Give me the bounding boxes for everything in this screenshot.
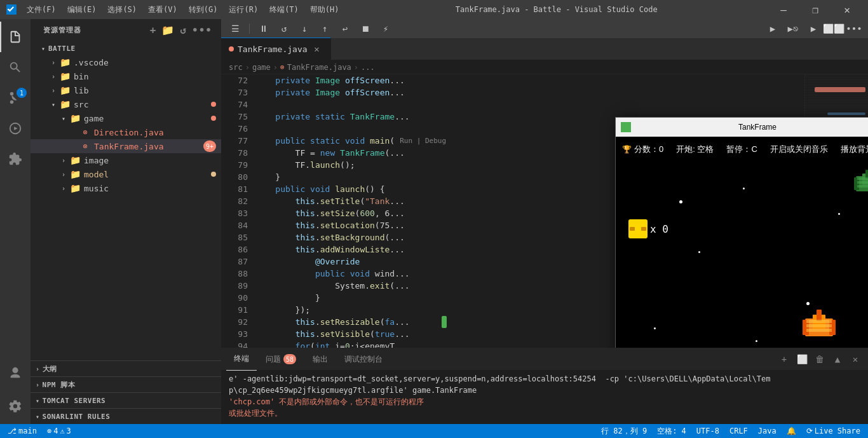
status-language[interactable]: Java bbox=[756, 427, 779, 435]
tree-item-direction[interactable]: › ⊗ Direction.java bbox=[31, 125, 221, 139]
terminal-maximize-btn[interactable]: ▲ bbox=[830, 352, 845, 367]
language-label: Java bbox=[758, 427, 776, 435]
tab-close-btn[interactable]: ✕ bbox=[311, 43, 323, 55]
toolbar-menu-btn[interactable]: ☰ bbox=[226, 22, 244, 36]
activity-source-control[interactable]: 1 bbox=[0, 83, 31, 113]
breadcrumb-file[interactable]: TankFrame.java bbox=[287, 63, 351, 72]
menu-terminal[interactable]: 终端(T) bbox=[264, 3, 304, 17]
tree-item-image[interactable]: › 📁 image bbox=[31, 153, 221, 167]
model-label: model bbox=[84, 170, 109, 179]
refresh-icon[interactable]: ↺ bbox=[179, 23, 188, 38]
player-score-display: x 0 bbox=[628, 219, 668, 238]
breadcrumb-more[interactable]: ... bbox=[361, 63, 375, 72]
split-terminal-btn[interactable]: ⬜ bbox=[794, 352, 810, 367]
errors-icon: ⊗ bbox=[47, 427, 51, 435]
toolbar-pause-btn[interactable]: ⏸ bbox=[255, 22, 273, 36]
breadcrumb-sep-3: › bbox=[354, 63, 358, 72]
run-btn-2[interactable]: ▶ bbox=[804, 22, 822, 36]
activity-accounts[interactable] bbox=[0, 358, 31, 388]
terminal-content[interactable]: e' -agentlib:jdwp=transport=dt_socket,se… bbox=[221, 371, 868, 424]
activity-explorer[interactable] bbox=[0, 22, 31, 52]
status-line-col[interactable]: 行 82，列 9 bbox=[599, 426, 649, 437]
terminal-line-1: e' -agentlib:jdwp=transport=dt_socket,se… bbox=[229, 373, 860, 385]
new-terminal-btn[interactable]: + bbox=[776, 352, 792, 367]
toolbar-stop-btn[interactable]: ⏹ bbox=[356, 22, 374, 36]
kill-terminal-btn[interactable]: 🗑 bbox=[812, 352, 827, 367]
toolbar-refresh-btn[interactable]: ↺ bbox=[275, 22, 293, 36]
menu-run[interactable]: 运行(R) bbox=[224, 3, 263, 17]
status-encoding[interactable]: UTF-8 bbox=[694, 427, 722, 435]
menu-view[interactable]: 查看(V) bbox=[143, 3, 182, 17]
folder-icon-image: 📁 bbox=[69, 155, 81, 165]
toolbar-up-btn[interactable]: ↑ bbox=[316, 22, 334, 36]
section-npm[interactable]: › NPM 脚本 bbox=[31, 377, 221, 392]
activity-settings[interactable] bbox=[0, 391, 31, 421]
encoding-label: UTF-8 bbox=[696, 427, 719, 435]
status-live-share[interactable]: ⟳ Live Share bbox=[804, 427, 863, 435]
minimize-button[interactable]: — bbox=[769, 0, 798, 19]
game-title-bar: TankFrame — ⬜ ✕ bbox=[616, 118, 868, 137]
tree-item-music[interactable]: › 📁 music bbox=[31, 181, 221, 195]
game-window[interactable]: TankFrame — ⬜ ✕ 🏆 分数：0 bbox=[615, 117, 868, 348]
arrow-bin: › bbox=[48, 73, 58, 80]
menu-edit[interactable]: 编辑(E) bbox=[62, 3, 102, 17]
tree-item-src[interactable]: ▾ 📁 src bbox=[31, 97, 221, 111]
tree-item-tankframe[interactable]: › ⊗ TankFrame.java 9+ bbox=[31, 139, 221, 153]
tree-item-bin[interactable]: › 📁 bin bbox=[31, 69, 221, 83]
branch-icon: ⎇ bbox=[8, 427, 17, 435]
terminal-tab-debug-console[interactable]: 调试控制台 bbox=[337, 348, 390, 371]
activity-run[interactable] bbox=[0, 113, 31, 144]
folder-icon-game: 📁 bbox=[69, 113, 81, 123]
npm-arrow: › bbox=[36, 381, 40, 388]
terminal-tab-problems[interactable]: 问题 58 bbox=[258, 348, 304, 371]
activity-extensions[interactable] bbox=[0, 144, 31, 174]
status-line-ending[interactable]: CRLF bbox=[727, 427, 750, 435]
live-share-label: Live Share bbox=[815, 427, 860, 435]
terminal-tab-terminal[interactable]: 终端 bbox=[226, 348, 257, 371]
toolbar-down-btn[interactable]: ↓ bbox=[295, 22, 313, 36]
more-btn[interactable]: ••• bbox=[845, 22, 863, 36]
sidebar-title: 资源管理器 bbox=[43, 25, 81, 35]
bin-label: bin bbox=[74, 72, 88, 81]
star-8 bbox=[756, 340, 757, 342]
tomcat-arrow: ▾ bbox=[36, 397, 40, 404]
terminal-tab-output[interactable]: 输出 bbox=[305, 348, 336, 371]
close-button[interactable]: ✕ bbox=[832, 0, 862, 19]
problems-badge: 58 bbox=[283, 354, 296, 364]
toolbar-lightning-btn[interactable]: ⚡ bbox=[377, 22, 395, 36]
tree-item-lib[interactable]: › 📁 lib bbox=[31, 83, 221, 97]
run-all-btn[interactable]: ▶ bbox=[764, 22, 782, 36]
tab-tankframe[interactable]: TankFrame.java ✕ bbox=[221, 38, 331, 60]
menu-goto[interactable]: 转到(G) bbox=[184, 3, 223, 17]
terminal-close-btn[interactable]: ✕ bbox=[848, 352, 863, 367]
toolbar-right: ▶ ▶⎋ ▶ ⬜⬜ ••• bbox=[764, 22, 863, 36]
tree-item-model[interactable]: › 📁 model bbox=[31, 167, 221, 181]
section-outline[interactable]: › 大纲 bbox=[31, 361, 221, 376]
status-branch[interactable]: ⎇ main bbox=[5, 427, 39, 435]
arrow-battle: ▾ bbox=[38, 45, 48, 52]
collapse-icon[interactable]: ••• bbox=[191, 23, 214, 38]
run-debug-2-btn[interactable]: ▶⎋ bbox=[784, 22, 802, 36]
tree-item-battle[interactable]: ▾ BATTLE bbox=[31, 41, 221, 55]
breadcrumb-src[interactable]: src bbox=[229, 63, 243, 72]
maximize-button[interactable]: ❐ bbox=[801, 0, 830, 19]
menu-file[interactable]: 文件(F) bbox=[22, 3, 61, 17]
status-spaces[interactable]: 空格: 4 bbox=[654, 426, 689, 437]
new-file-icon[interactable]: + bbox=[149, 23, 158, 38]
game-window-title: TankFrame bbox=[636, 123, 868, 132]
status-feedback[interactable]: 🔔 bbox=[784, 427, 799, 435]
section-sonar[interactable]: ▾ SONARLINT RULES bbox=[31, 409, 221, 424]
activity-search[interactable] bbox=[0, 52, 31, 83]
tree-item-game[interactable]: ▾ 📁 game bbox=[31, 111, 221, 125]
new-folder-icon[interactable]: 📁 bbox=[160, 23, 176, 38]
status-errors[interactable]: ⊗ 4 ⚠ 3 bbox=[44, 427, 74, 435]
toolbar-undo-btn[interactable]: ↩ bbox=[336, 22, 354, 36]
breadcrumb-game[interactable]: game bbox=[252, 63, 271, 72]
hud-fire: 开炮: 空格 bbox=[676, 144, 714, 155]
split-btn[interactable]: ⬜⬜ bbox=[825, 22, 843, 36]
menu-help[interactable]: 帮助(H) bbox=[305, 3, 344, 17]
star-4 bbox=[698, 251, 700, 253]
menu-select[interactable]: 选择(S) bbox=[102, 3, 142, 17]
section-tomcat[interactable]: ▾ TOMCAT SERVERS bbox=[31, 393, 221, 408]
tree-item-vscode[interactable]: › 📁 .vscode bbox=[31, 55, 221, 69]
